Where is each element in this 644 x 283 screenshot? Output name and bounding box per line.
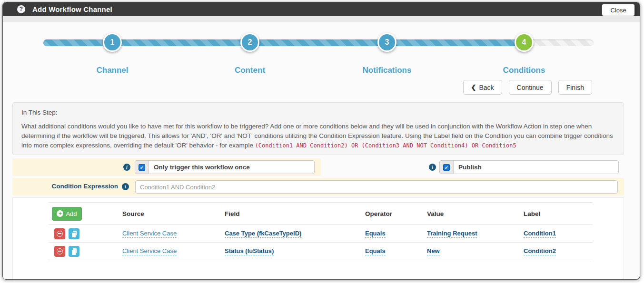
condition-expression-info-icon[interactable]: i bbox=[122, 183, 129, 190]
step-label-notifications: Notifications bbox=[339, 66, 435, 75]
table-row: Client Service Case Case Type (fkCaseTyp… bbox=[49, 225, 593, 242]
operator-link[interactable]: Equals bbox=[365, 230, 386, 238]
help-icon[interactable]: ? bbox=[17, 5, 25, 13]
window-title: Add Workflow Channel bbox=[32, 5, 112, 13]
condition-expression-label: Condition Expression bbox=[12, 183, 118, 190]
trigger-once-field: ✔ Only trigger this workflow once bbox=[135, 160, 315, 174]
trigger-once-info-icon[interactable]: i bbox=[123, 164, 130, 171]
publish-field: ✔ Publish bbox=[439, 160, 619, 174]
column-header-operator: Operator bbox=[365, 210, 392, 217]
step-info-panel: In This Step: What additional conditions… bbox=[12, 102, 624, 155]
checkbox-well: ✔ bbox=[440, 161, 454, 174]
trigger-once-checkbox[interactable]: ✔ bbox=[139, 164, 145, 171]
minus-circle-icon bbox=[57, 248, 63, 254]
back-button[interactable]: ❮ Back bbox=[463, 80, 502, 95]
column-header-source: Source bbox=[122, 210, 144, 217]
column-header-label: Label bbox=[524, 210, 540, 217]
value-link[interactable]: Training Request bbox=[427, 230, 477, 238]
plus-icon: + bbox=[57, 210, 63, 217]
step-circle-conditions[interactable]: 4 bbox=[515, 33, 534, 52]
trigger-once-label: Only trigger this workflow once bbox=[149, 164, 250, 171]
titlebar: ? Add Workflow Channel bbox=[3, 2, 640, 16]
publish-label: Publish bbox=[454, 164, 482, 171]
column-header-value: Value bbox=[427, 210, 444, 217]
chevron-left-icon: ❮ bbox=[471, 84, 476, 91]
copy-condition-button[interactable] bbox=[69, 246, 79, 257]
continue-button[interactable]: Continue bbox=[509, 80, 552, 95]
copy-icon bbox=[71, 248, 77, 254]
add-workflow-channel-dialog: ? Add Workflow Channel Close 1 2 3 4 Cha… bbox=[2, 2, 640, 280]
finish-button[interactable]: Finish bbox=[558, 80, 592, 95]
options-row: i ✔ Only trigger this workflow once i ✔ … bbox=[12, 158, 624, 176]
step-label-channel: Channel bbox=[65, 66, 160, 75]
operator-link[interactable]: Equals bbox=[365, 247, 386, 255]
info-heading: In This Step: bbox=[21, 109, 615, 116]
condition-expression-row: Condition Expression i bbox=[12, 178, 624, 195]
row-actions bbox=[54, 246, 79, 257]
table-divider bbox=[49, 260, 593, 260]
add-button-label: Add bbox=[66, 210, 77, 217]
step-circle-channel[interactable]: 1 bbox=[103, 33, 122, 52]
column-header-field: Field bbox=[225, 210, 240, 217]
step-circle-notifications[interactable]: 3 bbox=[377, 33, 396, 52]
delete-condition-button[interactable] bbox=[54, 246, 65, 257]
label-link[interactable]: Condition2 bbox=[524, 247, 556, 255]
row-actions bbox=[54, 228, 79, 239]
step-label-content: Content bbox=[202, 66, 297, 75]
table-row: Client Service Case Status (luStatus) Eq… bbox=[49, 243, 593, 260]
delete-condition-button[interactable] bbox=[54, 228, 65, 239]
label-link[interactable]: Condition1 bbox=[524, 230, 556, 238]
conditions-table: + Add Source Field Operator Value Label … bbox=[12, 197, 624, 279]
close-button[interactable]: Close bbox=[601, 3, 635, 17]
condition-expression-input[interactable] bbox=[135, 180, 618, 194]
condition-expression-example: (Condition1 AND Condition2) OR (Conditio… bbox=[255, 142, 516, 149]
value-link[interactable]: New bbox=[427, 247, 440, 255]
titlebar-shadow-strip bbox=[3, 16, 640, 22]
field-link[interactable]: Case Type (fkCaseTypeID) bbox=[225, 230, 301, 238]
back-button-label: Back bbox=[479, 84, 494, 91]
publish-checkbox[interactable]: ✔ bbox=[443, 164, 450, 171]
add-condition-button[interactable]: + Add bbox=[52, 207, 82, 221]
publish-info-icon[interactable]: i bbox=[429, 164, 436, 171]
checkbox-well: ✔ bbox=[135, 161, 149, 174]
wizard-nav-buttons: ❮ Back Continue Finish bbox=[463, 80, 592, 95]
field-link[interactable]: Status (luStatus) bbox=[225, 247, 274, 255]
copy-icon bbox=[71, 231, 77, 237]
step-label-conditions: Conditions bbox=[476, 66, 572, 75]
info-body: What additional conditions would you lik… bbox=[21, 122, 615, 150]
table-header-row: + Add Source Field Operator Value Label bbox=[49, 203, 593, 224]
minus-circle-icon bbox=[57, 231, 63, 237]
source-link[interactable]: Client Service Case bbox=[122, 247, 177, 255]
step-circle-content[interactable]: 2 bbox=[240, 33, 259, 52]
wizard-stepper: 1 2 3 4 Channel Content Notifications Co… bbox=[3, 22, 640, 79]
copy-condition-button[interactable] bbox=[69, 228, 79, 239]
source-link[interactable]: Client Service Case bbox=[122, 230, 177, 238]
